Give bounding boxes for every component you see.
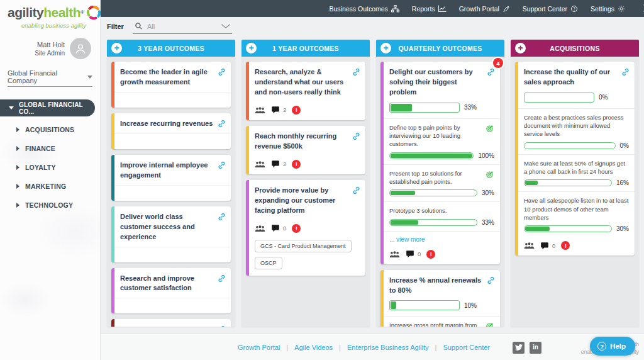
alert-icon[interactable]: ! bbox=[292, 106, 301, 115]
key-result-text-row: Create a best practices sales process do… bbox=[524, 113, 629, 138]
card-meta-row: 2! bbox=[249, 156, 365, 174]
key-result-item[interactable]: Make sure at least 50% of signups get a … bbox=[518, 154, 635, 192]
teams-icon[interactable] bbox=[389, 250, 400, 258]
sidebar-item-global-financial-co[interactable]: GLOBAL FINANCIAL CO... bbox=[0, 99, 95, 116]
link-icon[interactable] bbox=[487, 68, 495, 76]
card-title: Achieve record revenues while increasing… bbox=[120, 325, 214, 327]
link-icon[interactable] bbox=[352, 186, 360, 194]
link-icon[interactable] bbox=[218, 213, 226, 221]
teams-icon[interactable] bbox=[524, 242, 535, 249]
alert-icon[interactable]: ! bbox=[426, 250, 435, 259]
chevron-down-icon[interactable] bbox=[221, 23, 231, 29]
sidebar-item-acquisitions[interactable]: ACQUISITIONS bbox=[0, 120, 100, 139]
outcome-card[interactable]: Deliver world class customer success and… bbox=[111, 206, 231, 262]
topnav-label: Reports bbox=[412, 5, 435, 13]
outcome-card[interactable]: Improve internal employee engagement bbox=[111, 155, 231, 201]
footer-link-agile-videos[interactable]: Agile Videos bbox=[294, 344, 333, 351]
tag-gcs-card-product-management[interactable]: GCS - Card Product Management bbox=[255, 240, 352, 252]
topnav-business-outcomes[interactable]: Business Outcomes bbox=[329, 5, 399, 13]
key-result-item[interactable]: Have all salespeople listen in to at lea… bbox=[518, 191, 635, 237]
column-title: 1 YEAR OUTCOMES bbox=[272, 45, 339, 52]
footer-link-growth-portal[interactable]: Growth Portal bbox=[238, 344, 280, 351]
comments-icon[interactable] bbox=[540, 242, 549, 250]
link-icon[interactable] bbox=[487, 276, 495, 284]
footer-link-enterprise-business-agility[interactable]: Enterprise Business Agility bbox=[347, 344, 429, 351]
link-icon[interactable] bbox=[621, 68, 630, 76]
teams-icon[interactable] bbox=[255, 160, 265, 168]
alert-icon[interactable]: ! bbox=[561, 241, 570, 250]
teams-icon[interactable] bbox=[255, 106, 265, 114]
add-card-button[interactable]: + bbox=[246, 43, 257, 53]
filter-search-input[interactable]: All bbox=[133, 21, 232, 34]
comments-icon[interactable] bbox=[271, 224, 280, 232]
target-icon[interactable] bbox=[486, 322, 494, 327]
sidebar-item-finance[interactable]: FINANCE bbox=[0, 139, 100, 158]
chevron-right-icon bbox=[16, 127, 19, 132]
outcome-card[interactable]: Research and improve customer satisfacti… bbox=[111, 268, 231, 314]
topnav-growth-portal[interactable]: Growth Portal bbox=[459, 5, 510, 13]
column-body[interactable]: Increase the quality of our sales approa… bbox=[511, 57, 639, 327]
app-logo[interactable]: agilityhealth® bbox=[0, 0, 100, 23]
outcome-card[interactable]: 4Delight our customers by solving their … bbox=[380, 62, 500, 264]
view-more-link[interactable]: ... view more bbox=[384, 231, 500, 246]
outcome-card[interactable]: Reach monthly recurring revenue $500k2! bbox=[246, 126, 365, 174]
link-icon[interactable] bbox=[218, 120, 226, 128]
comments-icon[interactable] bbox=[271, 106, 280, 114]
link-icon[interactable] bbox=[352, 68, 360, 76]
topnav-label: Support Center bbox=[523, 5, 567, 13]
topnav-reports[interactable]: Reports bbox=[412, 5, 447, 13]
link-icon[interactable] bbox=[352, 132, 360, 140]
link-icon[interactable] bbox=[218, 161, 226, 169]
outcome-card[interactable]: Increase % annual renewals to 80%10%Incr… bbox=[380, 270, 500, 327]
add-card-button[interactable]: + bbox=[380, 43, 391, 53]
avatar[interactable] bbox=[70, 38, 91, 59]
alert-icon[interactable]: ! bbox=[292, 224, 301, 233]
board-column-acquisitions: +ACQUISITIONSIncrease the quality of our… bbox=[511, 40, 639, 327]
footer-link-support-center[interactable]: Support Center bbox=[443, 344, 490, 351]
key-result-item[interactable]: Create a best practices sales process do… bbox=[518, 108, 635, 154]
card-header: Increase the quality of our sales approa… bbox=[518, 62, 635, 92]
comments-icon[interactable] bbox=[271, 160, 280, 168]
outcome-card[interactable]: Become the leader in agile growth measur… bbox=[111, 62, 231, 108]
link-icon[interactable] bbox=[218, 68, 226, 76]
card-title: Deliver world class customer success and… bbox=[120, 212, 214, 242]
column-body[interactable]: Research, analyze & understand what our … bbox=[242, 57, 370, 327]
tag-oscp[interactable]: OSCP bbox=[255, 257, 282, 269]
progress-value: 16% bbox=[616, 179, 629, 186]
comments-icon[interactable] bbox=[406, 250, 414, 258]
outcome-card[interactable]: Increase the quality of our sales approa… bbox=[515, 62, 635, 256]
key-result-text: Make sure at least 50% of signups get a … bbox=[524, 159, 629, 176]
outcome-card[interactable]: Provide more value by expanding our cust… bbox=[246, 180, 365, 276]
outcome-card[interactable]: Research, analyze & understand what our … bbox=[246, 62, 365, 120]
add-card-button[interactable]: + bbox=[515, 43, 526, 53]
user-profile[interactable]: Matt Holt Site Admin bbox=[0, 29, 100, 59]
notification-badge: 4 bbox=[493, 58, 503, 68]
topnav-settings[interactable]: Settings bbox=[591, 5, 625, 13]
sidebar-item-loyalty[interactable]: LOYALTY bbox=[0, 158, 100, 177]
topnav-support-center[interactable]: Support Center bbox=[523, 5, 578, 13]
link-icon[interactable] bbox=[218, 325, 226, 327]
target-icon[interactable] bbox=[486, 124, 494, 133]
key-result-item[interactable]: Present top 10 solutions for established… bbox=[384, 164, 500, 202]
outcome-card[interactable]: Achieve record revenues while increasing… bbox=[111, 319, 231, 327]
teams-icon[interactable] bbox=[255, 225, 265, 232]
column-body[interactable]: Become the leader in agile growth measur… bbox=[107, 57, 235, 327]
sidebar-item-marketing[interactable]: MARKETING bbox=[0, 177, 100, 196]
help-button[interactable]: ? Help bbox=[590, 337, 635, 356]
card-meta-row: 0! bbox=[518, 237, 635, 256]
outcome-card[interactable]: Increase recurring revenues bbox=[111, 113, 231, 149]
company-selector[interactable]: Global Financial Company bbox=[8, 69, 92, 87]
link-icon[interactable] bbox=[218, 274, 226, 283]
column-body[interactable]: 4Delight our customers by solving their … bbox=[376, 57, 504, 327]
key-result-item[interactable]: Increase gross profit margin from 18% to… bbox=[384, 316, 500, 327]
key-result-item[interactable]: Prototype 3 solutions.33% bbox=[384, 201, 500, 230]
linkedin-icon[interactable]: in bbox=[530, 342, 541, 354]
key-result-item[interactable]: Define top 5 pain points by interviewing… bbox=[384, 118, 500, 164]
add-card-button[interactable]: + bbox=[111, 43, 122, 53]
key-result-text: Define top 5 pain points by interviewing… bbox=[389, 123, 482, 149]
twitter-icon[interactable] bbox=[513, 342, 525, 354]
alert-icon[interactable]: ! bbox=[292, 160, 301, 169]
target-icon[interactable] bbox=[486, 170, 494, 179]
card-meta-row-empty bbox=[114, 185, 231, 201]
sidebar-item-technology[interactable]: TECHNOLOGY bbox=[0, 196, 100, 215]
